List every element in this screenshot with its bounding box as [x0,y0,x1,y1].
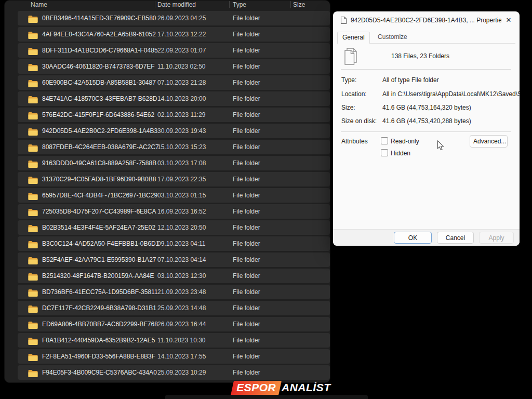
close-icon[interactable]: ✕ [503,15,514,26]
table-row[interactable]: 8087FDEB-4C264EEB-038A679E-AC2C7 15.10.2… [18,140,330,154]
date-modified: 26.09.2023 04:25 [157,11,206,25]
file-type: File folder [233,75,260,90]
table-row[interactable]: F2F8EA51-4960FD33-556FA88B-E8B3F 14.10.2… [18,349,330,364]
column-divider[interactable] [155,1,155,8]
table-row[interactable]: 31370C29-4C05FAD8-1BF96D90-9B0B8 17.09.2… [18,172,330,187]
checkbox-box[interactable] [381,137,388,144]
table-row[interactable]: B2514320-48F1647B-B200159A-AA84E 03.10.2… [18,269,330,283]
column-header-name[interactable]: Name [31,1,47,9]
date-modified: 25.09.2023 10:29 [157,365,206,380]
file-name: B3C0C124-4AD52A50-F4EFBBB1-0B6D1 [42,236,159,251]
advanced-button[interactable]: Advanced... [470,135,508,148]
screenshot-root: Name Date modified Type Size 0BFB3496-41… [0,0,532,399]
table-row[interactable]: 725035D8-4D75F207-CC43989F-6E8CA 16.09.2… [18,204,330,219]
table-row[interactable]: F94E05F3-4B009C9E-C5376ABC-434A0 25.09.2… [18,365,330,380]
file-type: File folder [233,59,260,74]
file-name: 9163DDD0-49CA61C8-889A258F-7588B [42,156,156,170]
file-name: DC7E117F-42CB2249-6B38A798-D31B1 [42,301,156,315]
column-header-date-modified[interactable]: Date modified [157,1,196,9]
read-only-checkbox[interactable]: Read-only [381,137,419,145]
ok-button[interactable]: OK [394,232,432,244]
mouse-cursor-icon [437,140,444,151]
table-row[interactable]: B52F4AEF-42AA79C1-E5995390-B1A27 07.10.2… [18,252,330,267]
tab-customize[interactable]: Customize [373,31,413,43]
file-type: File folder [233,285,260,299]
tab-general[interactable]: General [337,32,370,44]
table-row[interactable]: 30AADC46-40611820-B7473783-6D7EF 11.10.2… [18,59,330,74]
field-location: Location: All in C:\Users\tigra\AppData\… [333,90,520,98]
file-name: 4AF94EE0-43C4A760-A2EA65B9-61052 [42,27,156,42]
table-row[interactable]: 942D05D5-4AE2B0C2-2FD6E398-1A4B3 30.09.2… [18,124,330,138]
date-modified: 30.09.2023 19:43 [157,124,206,138]
table-row[interactable]: BD736BF6-41ECC75A-1D95D6BF-35811 21.09.2… [18,285,330,299]
file-type: File folder [233,172,260,187]
file-type: File folder [233,301,260,315]
table-row[interactable]: B3C0C124-4AD52A50-F4EFBBB1-0B6D1 09.10.2… [18,236,330,251]
watermark-secondary-text: ANALİST [282,381,331,393]
date-modified: 26.09.2023 16:44 [157,317,206,331]
cancel-button[interactable]: Cancel [437,232,474,244]
date-modified: 14.10.2023 20:00 [157,91,206,106]
table-row[interactable]: 8DFF311D-4A1BCDD6-C79668A1-F0485 22.09.2… [18,43,330,58]
folder-icon [28,240,38,248]
checkbox-box[interactable] [381,149,388,156]
checkbox-label: Hidden [391,150,410,157]
date-modified: 07.10.2023 04:14 [157,252,206,267]
file-name: 8DFF311D-4A1BCDD6-C79668A1-F0485 [42,43,158,58]
field-size: Size: 41.6 GB (44,753,164,320 bytes) [333,103,520,112]
file-type: File folder [233,11,260,25]
column-divider[interactable] [229,1,230,8]
file-type: File folder [233,140,260,154]
folder-icon [28,304,38,312]
files-folders-count: 138 Files, 23 Folders [391,52,449,60]
file-name: 725035D8-4D75F207-CC43989F-6E8CA [42,204,156,219]
table-row[interactable]: F0A1B412-440459DA-6352B9B2-12AE5 11.10.2… [18,333,330,348]
date-modified: 25.09.2023 14:48 [157,301,206,315]
file-type: File folder [233,204,260,219]
folder-icon [28,352,38,361]
table-row[interactable]: 576E42DC-415F0F1F-6D643886-54E62 02.10.2… [18,108,330,122]
column-header-size[interactable]: Size [293,1,305,9]
folder-icon [28,288,38,296]
folder-icon [28,223,38,232]
checkbox-label: Read-only [391,138,419,145]
file-type: File folder [233,91,260,106]
table-row[interactable]: ED69A806-4BB70BB7-AC6D2299-BF768 26.09.2… [18,317,330,331]
document-icon [340,16,347,26]
date-modified: 15.10.2023 15:23 [157,140,206,154]
date-modified: 11.10.2023 02:50 [157,59,206,74]
column-header-type[interactable]: Type [233,1,246,9]
table-row[interactable]: 4AF94EE0-43C4A760-A2EA65B9-61052 17.10.2… [18,27,330,42]
table-row[interactable]: 60E900BC-42A515DB-A85B58B1-30487 07.10.2… [18,75,330,90]
watermark: ESPORANALİST [232,381,331,395]
field-label: Type: [341,76,356,84]
folder-icon [28,175,38,183]
table-row[interactable]: 84E741AC-418570C3-43FEBAB7-B628D 14.10.2… [18,91,330,106]
dialog-title: 942D05D5-4AE2B0C2-2FD6E398-1A4B3, ... Pr… [351,16,501,24]
column-divider[interactable] [290,1,291,8]
file-type: File folder [233,317,260,331]
table-row[interactable]: 65957D8E-4CF4DB4F-71BC2697-1BC29 03.10.2… [18,188,330,203]
file-name: F94E05F3-4B009C9E-C5376ABC-434A0 [42,365,157,380]
table-row[interactable]: B02B3514-4E3F4F4E-5AF24EA7-25E02 12.10.2… [18,220,330,235]
watermark-red-badge: ESPOR [231,381,282,395]
field-value: All of type File folder [382,76,520,84]
field-label: Location: [341,90,367,98]
file-name: F2F8EA51-4960FD33-556FA88B-E8B3F [42,349,155,364]
table-row[interactable]: 9163DDD0-49CA61C8-889A258F-7588B 03.10.2… [18,156,330,170]
file-explorer-window: Name Date modified Type Size 0BFB3496-41… [4,0,330,383]
dialog-body: 138 Files, 23 Folders Type: All of type … [333,44,520,229]
table-row[interactable]: DC7E117F-42CB2249-6B38A798-D31B1 25.09.2… [18,301,330,315]
apply-button: Apply [479,232,514,244]
date-modified: 17.09.2023 22:35 [157,172,206,187]
date-modified: 09.10.2023 04:11 [157,236,206,251]
folder-icon [28,14,38,22]
date-modified: 02.10.2023 11:29 [157,108,206,122]
table-row[interactable]: 0BFB3496-414A15ED-3E76909C-EB580 26.09.2… [18,11,330,25]
hidden-checkbox[interactable]: Hidden [381,149,410,157]
date-modified: 03.10.2023 01:15 [157,188,206,203]
date-modified: 22.09.2023 01:07 [157,43,206,58]
date-modified: 03.10.2023 17:08 [157,156,206,170]
dialog-tabs: General Customize [337,31,515,44]
file-type: File folder [233,156,260,170]
